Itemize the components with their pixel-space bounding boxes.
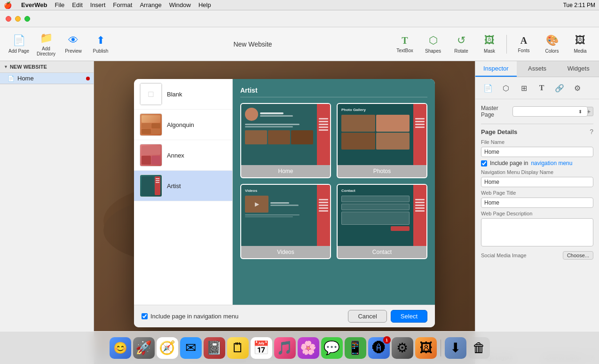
dock-photos[interactable]: 🌸	[298, 337, 319, 359]
colors-button[interactable]: 🎨 Colors	[539, 30, 565, 59]
nav-link[interactable]: navigation menu	[531, 160, 572, 166]
tab-assets[interactable]: Assets	[517, 61, 558, 77]
publish-button[interactable]: ⬆ Publish	[87, 30, 114, 59]
template-item-algonquin[interactable]: Algonquin	[134, 110, 232, 140]
canvas-area[interactable]: □ Blank	[94, 61, 475, 364]
window-title: New Website	[116, 40, 390, 48]
dock-downloads[interactable]: ⬇	[445, 337, 466, 359]
fullscreen-button[interactable]	[24, 16, 30, 22]
shape-icon[interactable]: ⬡	[499, 81, 513, 95]
nav-checkbox-prefix: Include page in	[490, 160, 528, 166]
dock-launchpad[interactable]: 🚀	[133, 337, 155, 359]
template-item-artist[interactable]: Artist	[134, 171, 232, 201]
edit-menu[interactable]: Edit	[72, 1, 82, 8]
divider-1	[481, 124, 593, 124]
template-thumb-annex	[140, 144, 162, 166]
textbox-button[interactable]: T TextBox	[392, 30, 418, 59]
media-button[interactable]: 🖼 Media	[567, 30, 593, 59]
arrange-menu[interactable]: Arrange	[140, 1, 161, 8]
page-properties-icon[interactable]: 📄	[481, 81, 495, 95]
template-name-blank: Blank	[167, 91, 182, 98]
sidebar-item-home[interactable]: 📄 Home	[0, 73, 94, 84]
media-label: Media	[574, 48, 586, 54]
cancel-button[interactable]: Cancel	[348, 310, 386, 323]
nav-display-row	[481, 177, 593, 187]
modal-footer: Include page in navigation menu Cancel S…	[134, 305, 435, 327]
dock-facetime[interactable]: 📱	[345, 337, 366, 359]
template-thumb-artist	[140, 174, 162, 197]
template-preview-home[interactable]: Home	[240, 103, 331, 178]
colors-label: Colors	[545, 48, 559, 54]
fonts-button[interactable]: A Fonts	[511, 30, 537, 59]
mask-button[interactable]: 🖼 Mask	[476, 30, 503, 59]
nav-display-input[interactable]	[481, 177, 593, 187]
dock-contacts[interactable]: 📓	[204, 337, 225, 359]
settings-icon[interactable]: ⚙	[570, 81, 584, 95]
help-menu[interactable]: Help	[198, 1, 211, 8]
master-page-select[interactable]	[512, 106, 588, 117]
template-grid-title: Artist	[240, 87, 427, 97]
dock-notes[interactable]: 🗒	[227, 337, 249, 359]
social-media-label: Social Media Image	[481, 253, 527, 258]
shapes-label: Shapes	[425, 48, 441, 54]
dock-iphoto[interactable]: 🖼	[415, 337, 437, 359]
add-directory-icon: 📁	[40, 32, 53, 44]
format-menu[interactable]: Format	[113, 1, 132, 8]
link-icon[interactable]: 🔗	[552, 81, 567, 95]
add-page-button[interactable]: 📄 Add Page	[6, 30, 32, 59]
add-directory-button[interactable]: 📁 Add Directory	[33, 30, 59, 59]
select-button[interactable]: Select	[391, 310, 427, 323]
dock-finder[interactable]: 😊	[110, 337, 131, 359]
app-name[interactable]: EverWeb	[21, 1, 47, 8]
page-title-input[interactable]	[481, 198, 593, 208]
close-button[interactable]	[6, 16, 11, 22]
include-nav-checkbox[interactable]	[142, 313, 148, 319]
text-icon[interactable]: T	[535, 81, 549, 95]
rotate-button[interactable]: ↺ Rotate	[448, 30, 474, 59]
insert-menu[interactable]: Insert	[90, 1, 106, 8]
page-details-help-icon[interactable]: ?	[590, 128, 593, 135]
videos-preview-label: Videos	[241, 246, 330, 258]
template-item-blank[interactable]: □ Blank	[134, 79, 232, 110]
include-nav-label: Include page in navigation menu	[150, 313, 238, 320]
file-name-label: File Name	[481, 139, 593, 145]
videos-preview-img: Videos ▶	[241, 185, 330, 246]
dock-safari[interactable]: 🧭	[157, 337, 178, 359]
dock-appstore[interactable]: 🅐 1	[368, 337, 390, 359]
template-preview-contact[interactable]: Contact	[337, 184, 427, 259]
preview-button[interactable]: 👁 Preview	[60, 30, 87, 59]
minimize-button[interactable]	[15, 16, 21, 22]
file-menu[interactable]: File	[55, 1, 64, 8]
unsaved-indicator	[86, 77, 90, 80]
window-menu[interactable]: Window	[169, 1, 191, 8]
choose-social-image-button[interactable]: Choose...	[563, 251, 593, 260]
textbox-icon: T	[402, 35, 408, 46]
mask-label: Mask	[484, 48, 495, 54]
shapes-button[interactable]: ⬡ Shapes	[420, 30, 446, 59]
page-icon: 📄	[8, 75, 15, 82]
template-preview-photos[interactable]: Photo Gallery	[337, 103, 427, 178]
page-desc-textarea[interactable]	[481, 218, 593, 246]
page-desc-label: Web Page Description	[481, 211, 593, 216]
inspector-icon-row: 📄 ⬡ ⊞ T 🔗 ⚙	[475, 77, 599, 99]
tab-inspector[interactable]: Inspector	[475, 61, 517, 77]
dock-itunes[interactable]: 🎵	[274, 337, 296, 359]
template-sidebar: □ Blank	[134, 79, 233, 305]
dock-mail[interactable]: ✉	[180, 337, 202, 359]
apple-menu[interactable]: 🍎	[4, 1, 12, 9]
dock-messages[interactable]: 💬	[321, 337, 343, 359]
page-title-label: Web Page Title	[481, 190, 593, 196]
photos-preview-img: Photo Gallery	[338, 104, 426, 165]
dock-systemprefs[interactable]: ⚙	[392, 337, 413, 359]
file-name-input[interactable]	[481, 147, 593, 157]
fonts-label: Fonts	[518, 48, 529, 53]
dock-reminders[interactable]: 📅	[251, 337, 272, 359]
template-item-annex[interactable]: Annex	[134, 140, 232, 171]
grid-icon[interactable]: ⊞	[517, 81, 531, 95]
dock-trash[interactable]: 🗑	[468, 337, 490, 359]
tab-widgets[interactable]: Widgets	[558, 61, 599, 77]
template-preview-videos[interactable]: Videos ▶	[240, 184, 331, 259]
template-browser: □ Blank	[134, 79, 435, 305]
colors-icon: 🎨	[546, 34, 559, 47]
nav-checkbox[interactable]	[481, 160, 487, 166]
